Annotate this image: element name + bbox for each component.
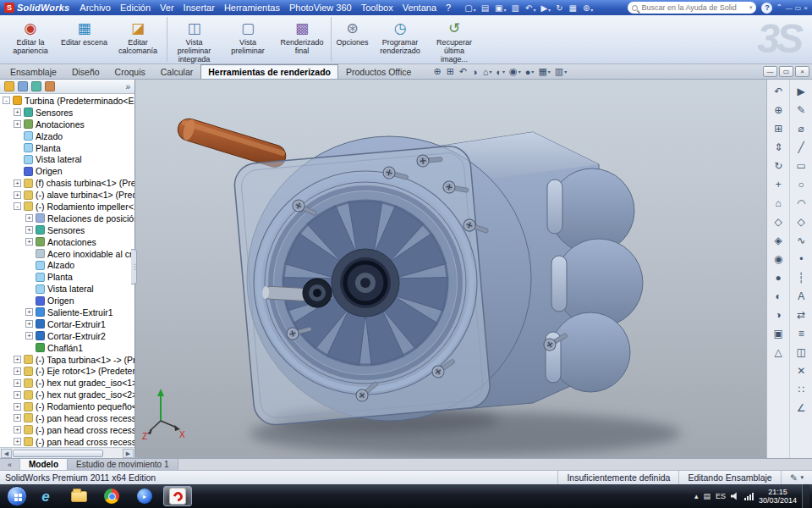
dropdown-caret-icon[interactable]: ▾ <box>800 474 804 481</box>
tree-item[interactable]: + (-) pan head cross recess sc <box>0 436 134 447</box>
standoff-cylinder[interactable] <box>547 179 562 234</box>
tree-item[interactable]: Alzado <box>0 259 134 271</box>
right-toolbar-icon[interactable]: ◫ <box>792 343 810 361</box>
tree-expander[interactable]: + <box>14 191 21 199</box>
show-desktop-button[interactable] <box>802 484 809 508</box>
tree-expander[interactable]: + <box>25 226 33 234</box>
titlebar-tool-button[interactable]: ▥ <box>512 3 520 13</box>
tree-item[interactable]: + Cortar-Extruir1 <box>0 318 134 330</box>
tree-expander[interactable]: + <box>25 308 33 316</box>
tree-item[interactable]: + Saliente-Extruir1 <box>0 306 134 318</box>
menu-item[interactable]: Toolbox <box>361 3 393 13</box>
headsup-button[interactable]: ▥▾ <box>554 66 568 77</box>
right-toolbar-icon[interactable]: ↻ <box>769 157 787 174</box>
start-button[interactable] <box>7 486 27 506</box>
scroll-right-icon[interactable]: ▶ <box>123 449 134 458</box>
titlebar-tool-button[interactable]: ▢▾ <box>464 3 475 13</box>
panel-more-chevron-icon[interactable]: » <box>125 82 130 91</box>
headsup-button[interactable]: ↶ <box>458 66 469 77</box>
headsup-button[interactable]: ▦▾ <box>537 66 551 77</box>
keyboard-layout-icon[interactable]: ▤ <box>703 492 710 500</box>
tree-expander[interactable]: + <box>14 438 21 445</box>
tree-expander[interactable]: + <box>14 426 21 433</box>
right-toolbar-icon[interactable]: △ <box>769 343 787 361</box>
right-toolbar-icon[interactable]: ≡ <box>792 324 810 342</box>
command-tab[interactable]: Calcular <box>153 64 201 79</box>
3d-viewport[interactable]: Z X <box>135 80 766 458</box>
command-tab[interactable]: Herramientas de renderizado <box>200 64 338 79</box>
turbine-scene[interactable]: Z X <box>135 80 766 458</box>
tree-expander[interactable]: + <box>14 414 21 422</box>
titlebar-tool-button[interactable]: ▦ <box>569 3 578 13</box>
right-toolbar-icon[interactable]: ⇕ <box>769 138 787 156</box>
right-toolbar-icon[interactable]: ✕ <box>792 362 810 379</box>
menu-item[interactable]: Archivo <box>80 3 111 13</box>
right-toolbar-icon[interactable]: ╱ <box>792 138 810 156</box>
language-indicator[interactable]: ES <box>716 492 726 500</box>
tree-item[interactable]: + (-) Eje rotor<1> (Predeterm <box>0 365 134 377</box>
window-control-icon[interactable]: × <box>804 4 808 12</box>
right-toolbar-icon[interactable]: ⌀ <box>792 119 810 137</box>
tree-item[interactable]: + (-) Tapa turbina<1> -> (Pre <box>0 354 134 366</box>
right-toolbar-icon[interactable]: ∷ <box>792 380 810 398</box>
headsup-button[interactable]: ●▾ <box>524 67 535 77</box>
right-toolbar-icon[interactable]: ◇ <box>769 213 787 230</box>
document-window-control[interactable]: × <box>795 66 809 77</box>
command-tab[interactable]: Ensamblaje <box>3 64 64 79</box>
titlebar-tool-button[interactable]: ↻ <box>556 3 563 13</box>
tree-item[interactable]: Planta <box>0 271 134 283</box>
menu-item[interactable]: Edición <box>120 3 151 13</box>
right-toolbar-icon[interactable]: ↶ <box>769 82 787 100</box>
tree-expander[interactable]: + <box>14 391 21 399</box>
ribbon-button[interactable]: ◉ Editar la apariencia <box>3 17 58 62</box>
right-toolbar-icon[interactable]: ○ <box>792 175 810 193</box>
taskbar-chrome[interactable] <box>97 486 126 506</box>
tree-item[interactable]: + (-) hex nut gradec_iso<1> ( <box>0 377 134 389</box>
right-toolbar-icon[interactable]: ⊕ <box>769 101 787 119</box>
pencil-icon[interactable]: ✎ <box>790 472 798 483</box>
ribbon-button[interactable]: ▩ Renderizado final <box>275 17 329 62</box>
tree-expander[interactable]: + <box>25 332 33 340</box>
tree-expander[interactable]: + <box>14 179 21 187</box>
right-toolbar-icon[interactable]: ┆ <box>792 268 810 286</box>
tree-item[interactable]: + (-) pan head cross recess sc <box>0 424 134 436</box>
tree-item[interactable]: Planta <box>0 142 134 154</box>
speaker-icon[interactable] <box>731 492 739 500</box>
quick-edit-widget[interactable]: ✎ ▾ <box>781 471 812 484</box>
window-control-icon[interactable]: — <box>786 4 793 12</box>
tree-horizontal-scrollbar[interactable]: ◀ ▶ <box>0 447 134 458</box>
titlebar-tool-button[interactable]: ▤ <box>481 3 490 13</box>
tree-item[interactable]: Vista lateral <box>0 153 134 165</box>
ribbon-button[interactable]: ◷ Programar renderizado <box>373 17 427 62</box>
right-toolbar-icon[interactable]: ◠ <box>792 194 810 212</box>
headsup-button[interactable]: ◉▾ <box>508 66 522 77</box>
menu-item[interactable]: Ventana <box>403 3 436 13</box>
collapse-toolbar-button[interactable]: ˆ <box>777 3 780 13</box>
help-search-input[interactable]: Buscar en la Ayuda de Solid ▾ <box>628 2 756 14</box>
right-toolbar-icon[interactable]: ▶ <box>792 82 810 100</box>
network-icon[interactable] <box>744 492 754 500</box>
tree-expander[interactable]: + <box>25 320 33 328</box>
tree-item[interactable]: Vista lateral <box>0 283 134 295</box>
titlebar-tool-button[interactable]: ↶▾ <box>525 3 535 13</box>
scrollbar-thumb[interactable] <box>13 450 103 457</box>
right-toolbar-icon[interactable]: • <box>792 250 810 268</box>
right-toolbar-icon[interactable]: + <box>769 175 787 193</box>
right-toolbar-icon[interactable]: ∿ <box>792 231 810 249</box>
ribbon-button[interactable]: ◪ Editar calcomanía <box>111 17 165 62</box>
tree-item[interactable]: + Sensores <box>0 107 134 119</box>
document-window-control[interactable]: — <box>763 66 777 77</box>
right-toolbar-icon[interactable]: ▭ <box>792 157 810 174</box>
taskbar-file-explorer[interactable] <box>64 486 93 506</box>
taskbar-media-player[interactable]: ▸ <box>130 486 159 506</box>
right-toolbar-icon[interactable]: A <box>792 287 810 305</box>
headsup-button[interactable]: ⌂▾ <box>482 67 493 77</box>
clock[interactable]: 21:15 30/03/2014 <box>759 488 797 505</box>
panel-tab-icon[interactable] <box>4 81 14 91</box>
titlebar-tool-button[interactable]: ▶▾ <box>540 3 551 13</box>
right-toolbar-icon[interactable]: ▣ <box>769 324 787 342</box>
tab-scroll-arrows[interactable]: « <box>0 459 20 470</box>
ribbon-button[interactable]: ◫ Vista preliminar integrada <box>167 17 221 62</box>
tree-item[interactable]: - (-) Rodamiento impeller<1 <box>0 201 134 213</box>
ribbon-button[interactable]: ▦ Editar escena <box>58 17 111 62</box>
